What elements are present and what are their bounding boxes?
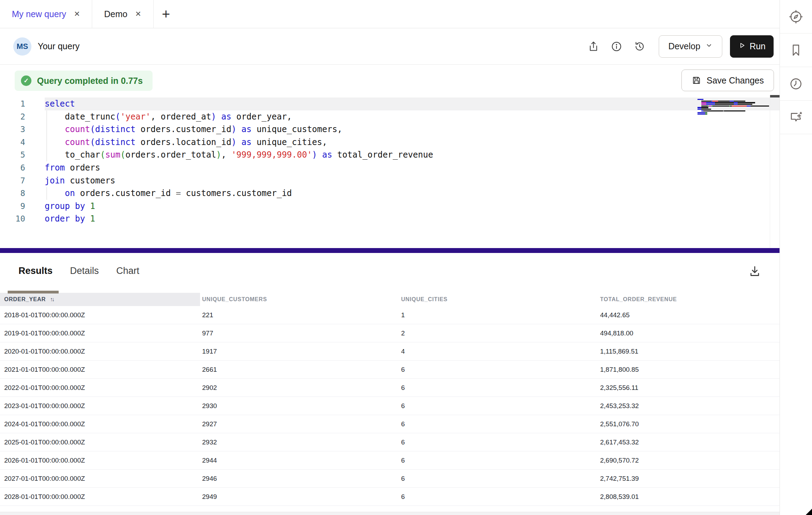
table-cell: 2027-01-01T00:00:00.000Z [0, 475, 200, 483]
column-header-label: UNIQUE_CUSTOMERS [202, 296, 267, 303]
code-line[interactable]: 2 date_trunc('year', ordered_at) as orde… [0, 110, 780, 123]
query-status-text: Query completed in 0.77s [37, 76, 143, 86]
table-cell: 2930 [200, 402, 399, 410]
table-cell: 2661 [200, 366, 399, 373]
save-icon [692, 75, 701, 85]
table-row[interactable]: 2028-01-01T00:00:00.000Z294962,808,539.0… [0, 488, 780, 506]
column-header-unique_cities[interactable]: UNIQUE_CITIES [399, 293, 598, 306]
tab-label: Demo [104, 9, 127, 19]
table-cell: 2949 [200, 493, 399, 501]
table-cell: 6 [399, 402, 598, 410]
sidebar-item-bookmarks[interactable] [780, 34, 812, 67]
code-text: count(distinct orders.customer_id) as un… [45, 123, 780, 136]
sort-icon[interactable]: ↑↓ [50, 296, 53, 303]
close-icon[interactable]: ✕ [135, 10, 141, 18]
minimap-line [697, 109, 769, 110]
table-row[interactable]: 2021-01-01T00:00:00.000Z266161,871,800.8… [0, 361, 780, 379]
sidebar-item-explore[interactable] [780, 0, 812, 34]
code-minimap[interactable] [697, 99, 769, 115]
table-cell: 2,453,253.32 [598, 402, 780, 410]
tab-results[interactable]: Results [19, 266, 53, 276]
code-line[interactable]: 10order by 1 [0, 212, 780, 225]
chevron-down-icon [705, 41, 713, 51]
editor-scrollbar-thumb[interactable] [770, 95, 780, 97]
table-cell: 1,115,869.51 [598, 348, 780, 355]
table-cell: 2932 [200, 438, 399, 446]
play-icon [738, 41, 746, 51]
run-button[interactable]: Run [730, 35, 774, 58]
table-row[interactable]: 2023-01-01T00:00:00.000Z293062,453,253.3… [0, 397, 780, 415]
table-cell: 1 [399, 311, 598, 319]
code-text: from orders [45, 161, 780, 174]
code-line[interactable]: 4 count(distinct orders.location_id) as … [0, 136, 780, 149]
active-tab-underline [8, 291, 59, 293]
line-number: 9 [0, 200, 25, 213]
query-header: MS Your query Develop [0, 28, 780, 65]
resize-grip[interactable] [806, 509, 812, 515]
close-icon[interactable]: ✕ [74, 10, 80, 18]
column-header-label: UNIQUE_CITIES [401, 296, 448, 303]
table-horizontal-scrollbar[interactable] [0, 512, 780, 515]
table-cell: 2,690,570.72 [598, 457, 780, 464]
minimap-line [697, 106, 769, 107]
table-row[interactable]: 2026-01-01T00:00:00.000Z294462,690,570.7… [0, 451, 780, 470]
table-row[interactable]: 2019-01-01T00:00:00.000Z9772494,818.00 [0, 324, 780, 342]
table-row[interactable]: 2025-01-01T00:00:00.000Z293262,617,453.3… [0, 433, 780, 451]
tab-label: My new query [12, 9, 66, 19]
run-label: Run [750, 41, 766, 51]
pane-splitter[interactable] [0, 248, 780, 253]
table-row[interactable]: 2018-01-01T00:00:00.000Z221144,442.65 [0, 306, 780, 324]
clock-icon [789, 77, 803, 91]
tab-chart[interactable]: Chart [116, 266, 139, 276]
table-cell: 2,325,556.11 [598, 384, 780, 392]
table-cell: 2025-01-01T00:00:00.000Z [0, 438, 200, 446]
code-line[interactable]: 3 count(distinct orders.customer_id) as … [0, 123, 780, 136]
table-cell: 6 [399, 366, 598, 373]
share-icon[interactable] [582, 36, 605, 57]
table-cell: 6 [399, 420, 598, 428]
develop-button[interactable]: Develop [659, 35, 722, 58]
code-line[interactable]: 9group by 1 [0, 200, 780, 213]
code-text: date_trunc('year', ordered_at) as order_… [45, 110, 780, 123]
code-line[interactable]: 8 on orders.customer_id = customers.cust… [0, 187, 780, 200]
table-row[interactable]: 2024-01-01T00:00:00.000Z292762,551,076.7… [0, 415, 780, 433]
column-header-total_order_revenue[interactable]: TOTAL_ORDER_REVENUE [598, 293, 780, 306]
table-row[interactable]: 2022-01-01T00:00:00.000Z290262,325,556.1… [0, 379, 780, 397]
version-history-icon[interactable] [628, 36, 651, 57]
code-line[interactable]: 7join customers [0, 174, 780, 187]
table-cell: 2946 [200, 475, 399, 483]
line-number: 5 [0, 148, 25, 161]
sql-editor[interactable]: 1select2 date_trunc('year', ordered_at) … [0, 96, 780, 248]
line-number: 8 [0, 187, 25, 200]
info-icon[interactable] [605, 36, 628, 57]
line-number: 4 [0, 136, 25, 149]
sidebar-item-ai-chat[interactable] [780, 101, 812, 134]
table-row[interactable]: 2020-01-01T00:00:00.000Z191741,115,869.5… [0, 342, 780, 361]
table-cell: 6 [399, 493, 598, 501]
main-pane: My new query✕Demo✕+ MS Your query [0, 0, 780, 515]
minimap-line [697, 110, 769, 111]
sidebar-item-history[interactable] [780, 67, 812, 101]
code-line[interactable]: 1select [0, 97, 780, 110]
table-cell: 977 [200, 329, 399, 337]
code-line[interactable]: 6from orders [0, 161, 780, 174]
code-line[interactable]: 5 to_char(sum(orders.order_total), '999,… [0, 148, 780, 161]
tab-details[interactable]: Details [70, 266, 99, 276]
column-header-order_year[interactable]: ORDER_YEAR↑↓ [0, 293, 200, 306]
table-header-row: ORDER_YEAR↑↓UNIQUE_CUSTOMERSUNIQUE_CITIE… [0, 293, 780, 306]
table-cell: 2927 [200, 420, 399, 428]
table-cell: 44,442.65 [598, 311, 780, 319]
minimap-line [697, 102, 769, 103]
develop-label: Develop [668, 41, 700, 51]
table-cell: 2,808,539.01 [598, 493, 780, 501]
document-tab[interactable]: Demo✕ [92, 0, 153, 28]
table-row[interactable]: 2027-01-01T00:00:00.000Z294662,742,751.3… [0, 470, 780, 488]
table-cell: 2020-01-01T00:00:00.000Z [0, 348, 200, 355]
save-changes-button[interactable]: Save Changes [681, 70, 774, 91]
download-icon[interactable] [743, 261, 766, 282]
chat-sparkles-icon [789, 110, 803, 125]
table-cell: 2 [399, 329, 598, 337]
document-tab[interactable]: My new query✕ [0, 0, 92, 28]
new-tab-button[interactable]: + [154, 0, 179, 28]
column-header-unique_customers[interactable]: UNIQUE_CUSTOMERS [200, 293, 399, 306]
